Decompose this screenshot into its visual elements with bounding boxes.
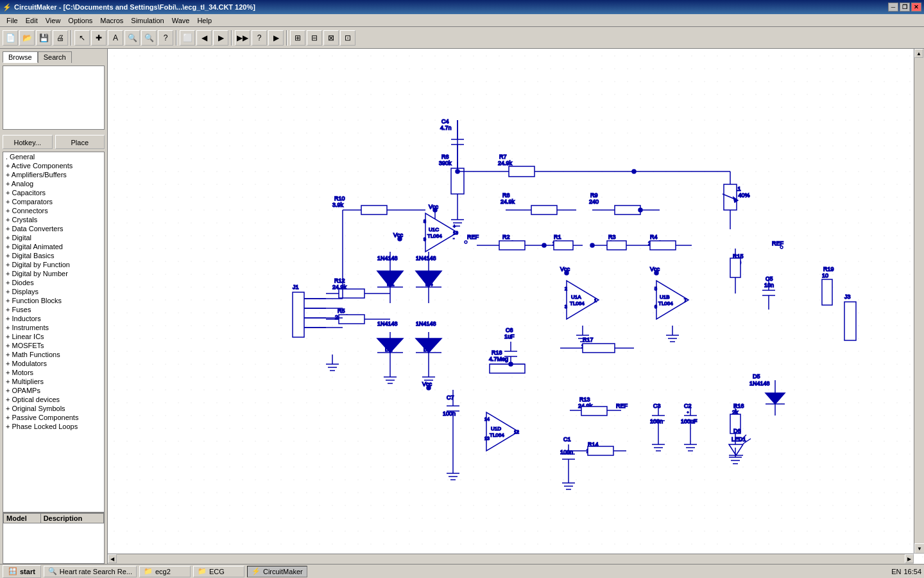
zoom-in-button[interactable]: 🔍 <box>124 30 140 46</box>
list-item[interactable]: + Modulators <box>3 359 104 368</box>
start-button[interactable]: 🪟 start <box>3 565 41 578</box>
scroll-right-button[interactable]: ▶ <box>905 554 914 563</box>
component-preview <box>3 66 105 130</box>
open-button[interactable]: 📂 <box>19 30 35 46</box>
list-item[interactable]: + Comparators <box>3 197 104 206</box>
svg-text:12: 12 <box>514 430 519 434</box>
clock-area: EN 16:54 <box>891 568 921 575</box>
list-item[interactable]: + Fuses <box>3 305 104 314</box>
svg-text:1N4148: 1N4148 <box>377 320 398 327</box>
scroll-left-button[interactable]: ◀ <box>108 554 117 563</box>
list-item[interactable]: + Optical devices <box>3 395 104 404</box>
list-item[interactable]: + Analog <box>3 179 104 188</box>
menu-edit[interactable]: Edit <box>22 15 42 26</box>
svg-rect-57 <box>499 241 525 250</box>
minimize-button[interactable]: ─ <box>888 3 898 12</box>
list-item[interactable]: + Original Symbols <box>3 404 104 413</box>
list-item[interactable]: . General <box>3 152 104 161</box>
zoom-area-button[interactable]: ⬜ <box>180 30 195 46</box>
svg-text:1uF: 1uF <box>504 333 515 340</box>
new-button[interactable]: 📄 <box>3 30 18 46</box>
svg-rect-30 <box>615 206 640 215</box>
menu-help[interactable]: Help <box>193 15 216 26</box>
svg-point-282 <box>632 170 636 173</box>
scroll-down-button[interactable]: ▼ <box>914 543 924 554</box>
list-item[interactable]: + MOSFETs <box>3 341 104 350</box>
right-scrollbar[interactable]: ▲ ▼ <box>914 49 924 554</box>
list-item[interactable]: + Inductors <box>3 314 104 323</box>
close-button[interactable]: ✕ <box>911 3 921 12</box>
taskbar-item-1[interactable]: 📁 ecg2 <box>139 566 191 577</box>
list-item[interactable]: + Digital <box>3 233 104 242</box>
svg-text:Vcc: Vcc <box>650 266 660 272</box>
search-button[interactable]: ? <box>158 30 173 46</box>
list-item[interactable]: + Connectors <box>3 206 104 215</box>
list-item[interactable]: + Instruments <box>3 323 104 332</box>
list-item[interactable]: + Diodes <box>3 278 104 287</box>
menu-simulation[interactable]: Simulation <box>127 15 167 26</box>
bottom-scrollbar[interactable]: ◀ ▶ <box>108 554 914 564</box>
svg-text:U1D: U1D <box>491 426 501 432</box>
list-item[interactable]: + Digital Basics <box>3 251 104 260</box>
hotkey-button[interactable]: Hotkey... <box>3 135 53 149</box>
prev-button[interactable]: ◀ <box>196 30 212 46</box>
taskbar-icon-2: 📁 <box>198 567 207 575</box>
tab-browse[interactable]: Browse <box>3 51 38 63</box>
svg-text:1: 1 <box>594 298 597 302</box>
scroll-up-button[interactable]: ▲ <box>914 49 923 58</box>
fwd-button[interactable]: ▶ <box>268 30 284 46</box>
grid2-button[interactable]: ⊟ <box>307 30 322 46</box>
next-button[interactable]: ▶ <box>213 30 228 46</box>
svg-text:4.7n: 4.7n <box>440 125 452 131</box>
list-item[interactable]: + Digital by Function <box>3 260 104 269</box>
menu-wave[interactable]: Wave <box>168 15 194 26</box>
list-item[interactable]: + Data Converters <box>3 224 104 233</box>
grid3-button[interactable]: ⊠ <box>323 30 339 46</box>
list-item[interactable]: + Math Functions <box>3 350 104 359</box>
schematic-area[interactable]: C4 4.7n R6 390k R7 24.9k <box>108 49 924 564</box>
taskbar-item-3[interactable]: ⚡ CircuitMaker <box>247 566 307 577</box>
list-item[interactable]: + Motors <box>3 368 104 377</box>
menu-view[interactable]: View <box>42 15 65 26</box>
wire-button[interactable]: ✚ <box>91 30 107 46</box>
print-button[interactable]: 🖨 <box>53 30 68 46</box>
menu-options[interactable]: Options <box>64 15 96 26</box>
list-item[interactable]: + Function Blocks <box>3 296 104 305</box>
save-button[interactable]: 💾 <box>36 30 51 46</box>
list-item[interactable]: + Active Components <box>3 161 104 170</box>
select-button[interactable]: ↖ <box>74 30 90 46</box>
grid-button[interactable]: ⊞ <box>290 30 305 46</box>
list-item[interactable]: + OPAMPs <box>3 386 104 395</box>
title-bar-controls[interactable]: ─ ❐ ✕ <box>888 3 921 12</box>
list-item[interactable]: + Displays <box>3 287 104 296</box>
svg-text:4.7Meg: 4.7Meg <box>489 356 508 362</box>
grid4-button[interactable]: ⊡ <box>340 30 355 46</box>
list-item[interactable]: + Capacitors <box>3 188 104 197</box>
list-item[interactable]: + Passive Components <box>3 413 104 422</box>
start-label: start <box>20 568 35 575</box>
list-item[interactable]: + Digital by Number <box>3 269 104 278</box>
place-button[interactable]: Place <box>55 135 105 149</box>
zoom-out-button[interactable]: 🔍 <box>141 30 157 46</box>
taskbar-item-0[interactable]: 🔍 Heart rate Search Re... <box>44 566 137 577</box>
list-item[interactable]: + Phase Locked Loops <box>3 422 104 431</box>
run-button[interactable]: ▶▶ <box>235 30 250 46</box>
svg-text:10: 10 <box>453 231 458 235</box>
list-item[interactable]: + Digital Animated <box>3 242 104 251</box>
help-btn[interactable]: ? <box>252 30 267 46</box>
list-item[interactable]: + Multipliers <box>3 377 104 386</box>
svg-point-53 <box>465 241 467 243</box>
list-item[interactable]: + Amplifiers/Buffers <box>3 170 104 179</box>
list-item[interactable]: + Crystals <box>3 215 104 224</box>
app-icon: ⚡ <box>3 3 12 12</box>
svg-text:TL064: TL064 <box>570 301 585 306</box>
text-button[interactable]: A <box>108 30 123 46</box>
tab-search[interactable]: Search <box>38 51 72 63</box>
tab-bar: Browse Search <box>0 49 107 63</box>
restore-button[interactable]: ❐ <box>900 3 910 12</box>
list-item[interactable]: + Linear ICs <box>3 332 104 341</box>
menu-file[interactable]: File <box>3 15 22 26</box>
taskbar-item-2[interactable]: 📁 ECG <box>193 566 244 577</box>
menu-macros[interactable]: Macros <box>96 15 127 26</box>
svg-text:REF: REF <box>467 234 479 240</box>
